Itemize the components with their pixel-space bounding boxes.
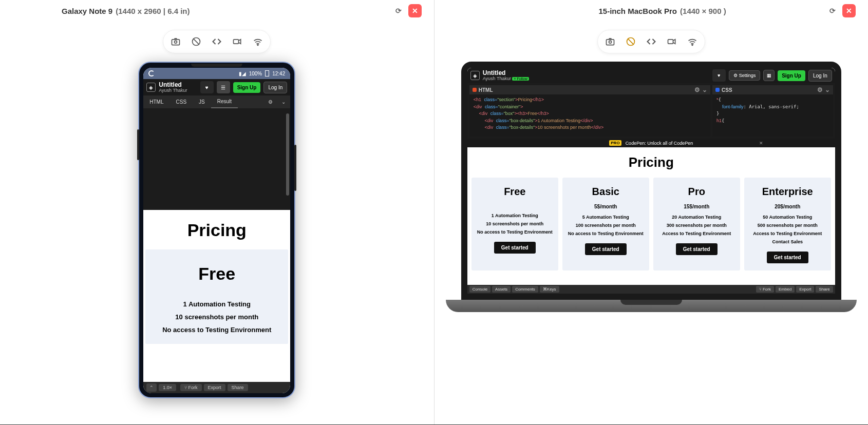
feature-line: 1 Automation Testing	[149, 300, 284, 308]
fork-button[interactable]: ⑂ Fork	[180, 384, 202, 391]
svg-rect-0	[172, 40, 180, 45]
close-icon[interactable]: ✕	[759, 141, 763, 146]
get-started-button[interactable]: Get started	[494, 242, 536, 254]
settings-button[interactable]: ⚙ Settings	[729, 70, 761, 81]
loading-icon	[148, 70, 155, 76]
rotate-icon[interactable]	[620, 32, 641, 51]
heart-icon[interactable]: ♥	[200, 81, 214, 93]
wifi-icon[interactable]	[682, 32, 703, 51]
gear-icon: ⚙	[694, 86, 700, 93]
codepen-tabs: HTML CSS JS Result ⚙ ⌄	[143, 95, 290, 108]
chevron-down-icon: ⌄	[825, 86, 830, 93]
device-spec: (1440 x 2960 | 6.4 in)	[116, 7, 190, 15]
code-icon[interactable]	[641, 32, 662, 51]
plan-price: 15$/month	[656, 204, 737, 209]
pricing-card: Basic5$/month5 Automation Testing100 scr…	[562, 178, 649, 271]
phone-screen: ▮◢ 100% 12:42 ◈ Untitled Ayush Thakur ♥ …	[143, 68, 290, 393]
html-code[interactable]: <h1 class="section">Pricing</h1> <div cl…	[469, 94, 710, 133]
layout-icon[interactable]: ☰	[217, 81, 230, 93]
svg-point-6	[609, 41, 611, 43]
wifi-icon[interactable]	[248, 32, 268, 51]
right-pane: 15-inch MacBook Pro (1440 × 900 ) ⟳ ✕ ◈ …	[435, 0, 869, 424]
tab-css[interactable]: CSS	[169, 96, 193, 108]
feature-line: No access to Testing Environment	[565, 231, 646, 236]
fork-button[interactable]: ⑂ Fork	[756, 286, 774, 293]
pricing-card-free: Free 1 Automation Testing 10 screenshots…	[145, 249, 288, 344]
codepen-header: ◈ Untitled Ayush Thakur ♥ ☰ Sign Up Log …	[143, 79, 290, 95]
pro-badge-icon: PRO	[609, 140, 621, 146]
rotate-icon[interactable]	[186, 32, 206, 51]
plan-name: Free	[475, 186, 555, 198]
html-editor[interactable]: HTML⚙⌄ <h1 class="section">Pricing</h1> …	[469, 85, 710, 137]
console-button[interactable]: Console	[469, 286, 490, 293]
chevron-down-icon: ⌄	[702, 86, 707, 93]
feature-line: 10 screenshots per month	[475, 221, 555, 226]
pen-author[interactable]: Ayush Thakur	[159, 88, 187, 93]
scrollbar[interactable]	[286, 113, 289, 196]
css-code[interactable]: *{ font-family: Arial, sans-serif; } h1{	[712, 94, 833, 126]
battery-text: 100%	[249, 71, 262, 76]
plan-name: Enterprise	[747, 186, 828, 198]
chevron-down-icon[interactable]: ⌄	[277, 96, 290, 108]
code-icon[interactable]	[206, 32, 227, 51]
heart-icon[interactable]: ♥	[712, 69, 726, 82]
svg-rect-5	[606, 40, 614, 45]
refresh-icon[interactable]: ⟳	[392, 4, 405, 17]
video-icon[interactable]	[662, 32, 682, 51]
view-icon[interactable]: ▦	[763, 70, 775, 81]
feature-line: 20 Automation Testing	[656, 215, 737, 220]
left-toolbar	[163, 30, 271, 53]
editor-dark-area[interactable]	[143, 108, 290, 210]
left-pane: Galaxy Note 9 (1440 x 2960 | 6.4 in) ⟳ ✕…	[0, 0, 434, 424]
laptop-frame: ◈ Untitled Ayush Thakur + Follow ♥ ⚙ Set…	[446, 62, 857, 312]
export-button[interactable]: Export	[796, 286, 814, 293]
share-button[interactable]: Share	[816, 286, 833, 293]
pen-author[interactable]: Ayush Thakur + Follow	[483, 76, 529, 81]
feature-line: 5 Automation Testing	[565, 215, 646, 220]
get-started-button[interactable]: Get started	[585, 243, 627, 255]
embed-button[interactable]: Embed	[776, 286, 795, 293]
login-button[interactable]: Log In	[263, 82, 287, 93]
gear-icon[interactable]: ⚙	[263, 96, 277, 108]
signup-button[interactable]: Sign Up	[233, 82, 261, 93]
comments-button[interactable]: Comments	[512, 286, 538, 293]
codepen-logo-icon[interactable]: ◈	[470, 71, 480, 80]
tab-html[interactable]: HTML	[143, 96, 169, 108]
signal-icon: ▮◢	[239, 71, 246, 76]
keys-button[interactable]: ⌘Keys	[540, 286, 559, 293]
pricing-card: Free1 Automation Testing10 screenshots p…	[471, 178, 558, 271]
signup-button[interactable]: Sign Up	[778, 70, 805, 81]
svg-rect-8	[668, 40, 673, 44]
export-button[interactable]: Export	[204, 384, 225, 391]
device-name: Galaxy Note 9	[62, 7, 112, 15]
result-preview: Pricing Free1 Automation Testing10 scree…	[467, 147, 835, 285]
chevron-up-icon[interactable]: ⌃	[146, 383, 157, 392]
tab-result[interactable]: Result	[211, 95, 238, 108]
svg-point-1	[175, 41, 177, 43]
assets-button[interactable]: Assets	[492, 286, 511, 293]
video-icon[interactable]	[227, 32, 248, 51]
login-button[interactable]: Log In	[808, 70, 832, 82]
svg-point-9	[692, 45, 693, 46]
close-icon[interactable]: ✕	[408, 4, 422, 17]
android-statusbar: ▮◢ 100% 12:42	[143, 68, 290, 79]
camera-icon[interactable]	[165, 32, 186, 51]
right-toolbar	[597, 30, 705, 53]
refresh-icon[interactable]: ⟳	[826, 4, 839, 17]
codepen-header: ◈ Untitled Ayush Thakur + Follow ♥ ⚙ Set…	[467, 68, 835, 83]
css-editor[interactable]: CSS⚙⌄ *{ font-family: Arial, sans-serif;…	[712, 85, 833, 137]
get-started-button[interactable]: Get started	[676, 243, 718, 255]
share-button[interactable]: Share	[228, 384, 248, 391]
gear-icon: ⚙	[817, 86, 823, 93]
pen-title[interactable]: Untitled	[159, 82, 187, 88]
pricing-card: Pro15$/month20 Automation Testing300 scr…	[653, 178, 740, 271]
promo-bar[interactable]: PRO CodePen: Unlock all of CodePen ✕	[467, 139, 835, 147]
camera-icon[interactable]	[600, 32, 620, 51]
pen-title[interactable]: Untitled	[483, 70, 529, 76]
zoom-level[interactable]: 1.0×	[159, 384, 176, 391]
close-icon[interactable]: ✕	[842, 4, 856, 17]
get-started-button[interactable]: Get started	[767, 252, 808, 263]
tab-js[interactable]: JS	[193, 96, 211, 108]
editor-label: HTML	[479, 87, 493, 93]
codepen-logo-icon[interactable]: ◈	[146, 83, 156, 92]
